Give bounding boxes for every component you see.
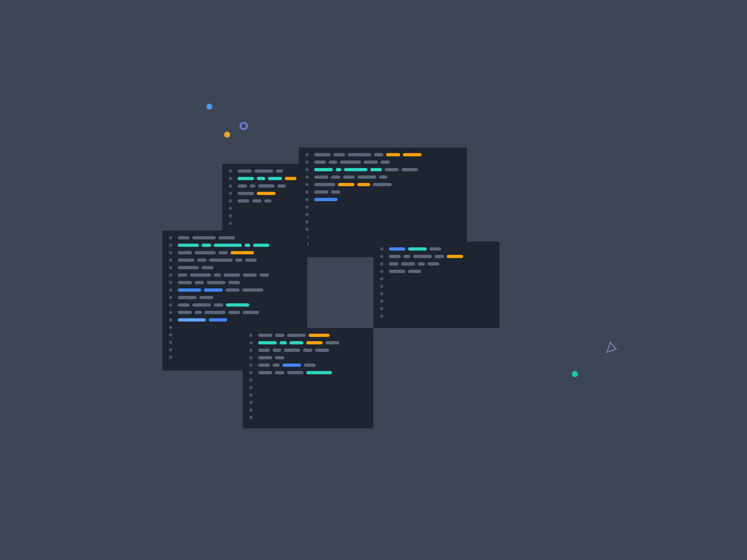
decoration-dot-blue bbox=[206, 104, 212, 110]
code-window-1 bbox=[299, 147, 467, 257]
code-window-4 bbox=[374, 242, 500, 328]
code-window-5 bbox=[243, 328, 374, 428]
decoration-dot-yellow bbox=[224, 132, 230, 138]
decoration-dot-teal bbox=[572, 371, 578, 377]
decoration-triangle-icon bbox=[605, 341, 619, 355]
decoration-ring-purple bbox=[240, 122, 248, 130]
